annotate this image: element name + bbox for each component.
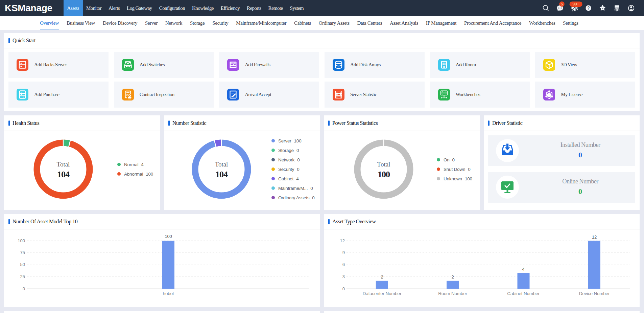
svg-text:99+: 99+ <box>573 2 579 6</box>
svg-text:5: 5 <box>561 2 563 6</box>
svg-text:?: ? <box>587 6 590 10</box>
